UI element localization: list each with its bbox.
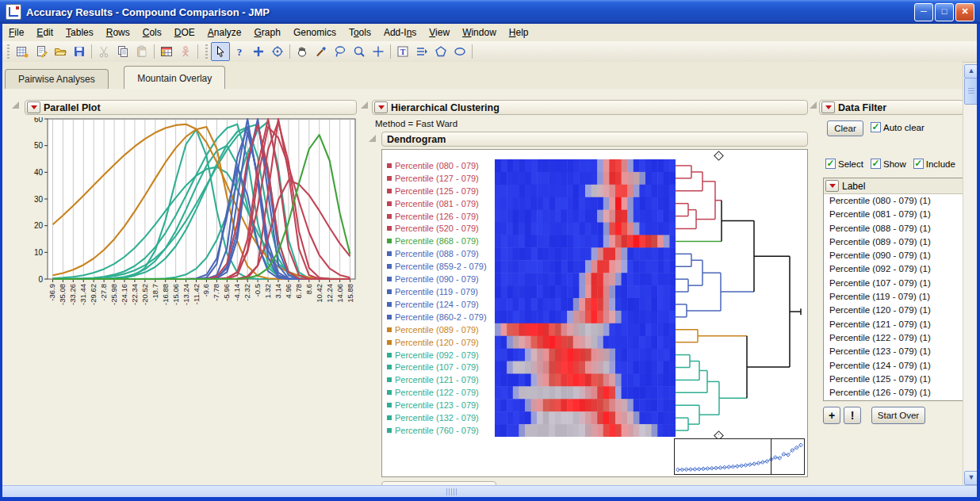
dendrogram-leaf-label[interactable]: Percentile (121 - 079) (385, 373, 495, 386)
grabber-tool-button[interactable] (293, 42, 312, 61)
data-table-tool-button[interactable] (157, 42, 176, 61)
label-filter-header[interactable]: Label (824, 178, 963, 194)
vertical-scrollbar[interactable]: ▲ ▼ (963, 63, 978, 485)
red-triangle-menu-icon[interactable] (825, 180, 839, 192)
parallel-plot-chart[interactable]: 6050403020100-36.9-35.08-33.26-31.44-29.… (26, 117, 359, 363)
menu-file[interactable]: File (2, 25, 30, 40)
cluster-heatmap[interactable] (495, 159, 676, 437)
save-tool-button[interactable] (70, 42, 89, 61)
filter-list-item[interactable]: Percentile (124 - 079) (1) (825, 359, 963, 373)
dendrogram-leaf-label[interactable]: Percentile (092 - 079) (385, 349, 495, 361)
data-filter-header[interactable]: Data Filter (819, 100, 963, 115)
annotate-tool-button[interactable]: T (393, 42, 412, 61)
dendrogram-leaf-label[interactable]: Percentile (119 - 079) (385, 285, 495, 298)
minimize-button[interactable]: ─ (914, 3, 933, 21)
filter-list-item[interactable]: Percentile (089 - 079) (1) (825, 235, 963, 249)
open-file-tool-button[interactable] (51, 42, 70, 61)
menu-edit[interactable]: Edit (30, 25, 59, 40)
help-tool-button[interactable]: ? (230, 42, 249, 61)
crosshairs-tool-button[interactable] (369, 42, 388, 61)
filter-list-item[interactable]: Percentile (119 - 079) (1) (825, 290, 963, 304)
menu-cols[interactable]: Cols (136, 25, 168, 40)
red-triangle-menu-icon[interactable] (821, 101, 835, 113)
clear-button[interactable]: Clear (827, 120, 863, 136)
filter-list-item[interactable]: Percentile (121 - 079) (1) (825, 318, 963, 331)
maximize-button[interactable]: □ (935, 3, 954, 21)
copy-tool-button[interactable] (113, 42, 132, 61)
dendrogram-leaf-label[interactable]: Percentile (120 - 079) (385, 336, 495, 349)
dendrogram-leaf-label[interactable]: Percentile (124 - 079) (385, 298, 495, 311)
parallel-plot-header[interactable]: Parallel Plot (25, 100, 357, 115)
horizontal-scrollbar[interactable] (2, 485, 977, 498)
magnifier-tool-button[interactable] (350, 42, 369, 61)
menu-analyze[interactable]: Analyze (201, 25, 248, 40)
start-over-button[interactable]: Start Over (871, 407, 925, 424)
dendrogram-leaf-label[interactable]: Percentile (088 - 079) (385, 247, 495, 260)
paste-tool-button[interactable] (132, 42, 151, 61)
filter-list-item[interactable]: Percentile (081 - 079) (1) (825, 208, 963, 221)
dendrogram-leaf-label[interactable]: Percentile (126 - 079) (385, 210, 495, 223)
menu-graph[interactable]: Graph (248, 25, 287, 40)
dendrogram-leaf-label[interactable]: Percentile (125 - 079) (385, 185, 495, 197)
filter-list-item[interactable]: Percentile (122 - 079) (1) (825, 331, 963, 345)
dendrogram-leaf-label[interactable]: Percentile (080 - 079) (385, 159, 495, 172)
scrollbar-grip[interactable] (446, 488, 457, 495)
dendrogram-leaf-label[interactable]: Percentile (859-2 - 079) (385, 260, 495, 273)
dendrogram-leaf-label[interactable]: Percentile (520 - 079) (385, 223, 495, 235)
oval-tool-button[interactable] (450, 42, 469, 61)
paintbrush-tool-button[interactable] (312, 42, 331, 61)
cut-tool-button[interactable] (94, 42, 113, 61)
polygon-tool-button[interactable] (431, 42, 450, 61)
outline-collapse-icon[interactable] (361, 101, 368, 109)
dendrogram-leaf-label[interactable]: Percentile (860-2 - 079) (385, 311, 495, 323)
close-button[interactable]: ✕ (955, 3, 974, 21)
dendrogram-leaf-label[interactable]: Percentile (122 - 079) (385, 386, 495, 399)
menu-tables[interactable]: Tables (59, 25, 100, 40)
red-triangle-menu-icon[interactable] (374, 101, 388, 113)
dendrogram-leaf-label[interactable]: Percentile (090 - 079) (385, 273, 495, 285)
menu-addins[interactable]: Add-Ins (377, 25, 423, 40)
dendrogram-leaf-label[interactable]: Percentile (107 - 079) (385, 361, 495, 374)
menu-view[interactable]: View (423, 25, 456, 40)
brush-tool-button[interactable] (268, 42, 287, 61)
dendrogram-leaf-label[interactable]: Percentile (081 - 079) (385, 197, 495, 210)
outline-collapse-icon[interactable] (12, 101, 19, 109)
filter-list-item[interactable]: Percentile (126 - 079) (1) (825, 386, 963, 400)
dendrogram-leaf-label[interactable]: Percentile (868 - 079) (385, 235, 495, 247)
distance-scree-plot[interactable] (674, 438, 805, 475)
select-checkbox[interactable]: ✓ (825, 159, 836, 169)
menu-tools[interactable]: Tools (343, 25, 377, 40)
dendrogram-header[interactable]: Dendrogram (381, 132, 808, 147)
filter-list-item[interactable]: Percentile (123 - 079) (1) (825, 345, 963, 358)
filter-list-item[interactable]: Percentile (107 - 079) (1) (825, 277, 963, 290)
lasso-tool-button[interactable] (331, 42, 350, 61)
arrow-tool-button[interactable] (211, 42, 230, 61)
menu-doe[interactable]: DOE (168, 25, 201, 40)
menu-help[interactable]: Help (503, 25, 535, 40)
run-script-tool-button[interactable] (176, 42, 195, 61)
outline-collapse-icon[interactable] (810, 101, 817, 109)
selection-tool-button[interactable] (249, 42, 268, 61)
new-journal-tool-button[interactable] (32, 42, 51, 61)
auto-clear-checkbox[interactable]: ✓ (871, 122, 881, 132)
filter-list-item[interactable]: Percentile (120 - 079) (1) (825, 304, 963, 317)
dendrogram-leaf-label[interactable]: Percentile (132 - 079) (385, 411, 495, 424)
include-checkbox[interactable]: ✓ (913, 159, 924, 169)
outline-collapse-icon[interactable] (369, 135, 376, 142)
filter-list-item[interactable]: Percentile (125 - 079) (1) (825, 373, 963, 386)
add-filter-column-button[interactable]: + (823, 407, 840, 424)
menu-window[interactable]: Window (456, 25, 503, 40)
tab-pairwise-analyses[interactable]: Pairwise Analyses (5, 69, 109, 89)
filter-list-item[interactable]: Percentile (088 - 079) (1) (825, 222, 963, 235)
title-bar[interactable]: Accuracy Results - Compound Comparison -… (0, 0, 980, 24)
menu-rows[interactable]: Rows (100, 25, 136, 40)
filter-mode-button[interactable]: ! (844, 407, 861, 424)
filter-list-item[interactable]: Percentile (092 - 079) (1) (825, 262, 963, 276)
menu-genomics[interactable]: Genomics (287, 25, 343, 40)
dendrogram-leaf-label[interactable]: Percentile (127 - 079) (385, 172, 495, 185)
scroller-tool-button[interactable] (412, 42, 431, 61)
dendrogram-tree[interactable] (676, 159, 806, 437)
new-data-table-tool-button[interactable] (13, 42, 32, 61)
dendrogram-leaf-label[interactable]: Percentile (089 - 079) (385, 323, 495, 336)
tab-mountain-overlay[interactable]: Mountain Overlay (124, 66, 225, 89)
